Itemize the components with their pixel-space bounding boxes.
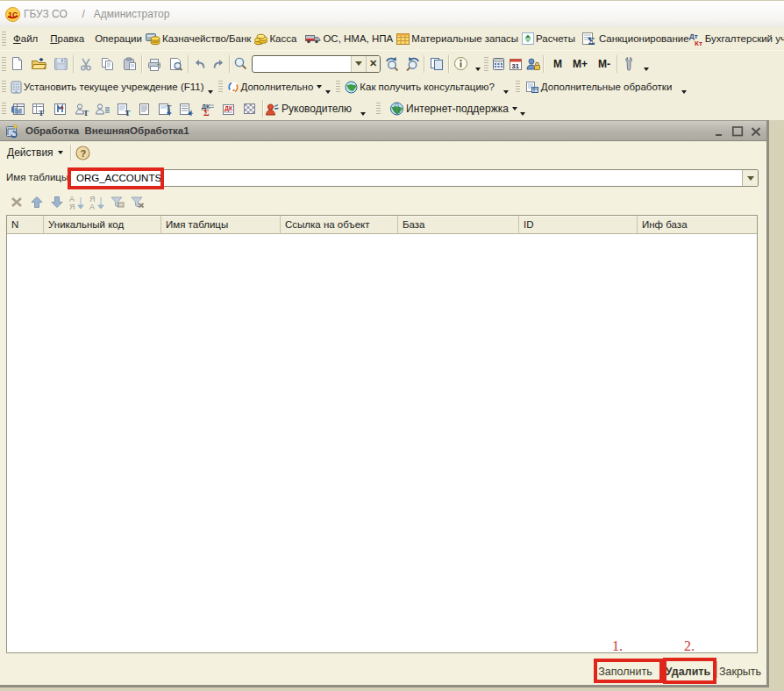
column-header-inf-base[interactable]: Инф база <box>638 216 757 233</box>
save-button[interactable] <box>50 53 72 75</box>
refresh-arcs-icon <box>227 81 239 94</box>
menu-sanctioning[interactable]: ΣСанкционирование <box>582 32 689 46</box>
globe-inet-icon <box>389 102 404 116</box>
checkered-icon <box>243 103 256 115</box>
get-consultation-button[interactable]: Как получить консультацию? <box>360 82 495 92</box>
delete-row-button[interactable] <box>6 192 26 213</box>
show-windows-button[interactable] <box>425 53 447 75</box>
menu-cash[interactable]: Касса <box>254 32 296 46</box>
user-lock-button[interactable] <box>524 53 542 75</box>
find-prev-button[interactable] <box>403 53 423 75</box>
report-button-6[interactable]: T <box>114 99 132 118</box>
find-next-button[interactable] <box>382 53 403 75</box>
additional-dropdown[interactable] <box>322 77 333 96</box>
consultation-dropdown[interactable] <box>501 77 512 96</box>
doc-t-icon: T <box>117 103 131 116</box>
table-name-combobox[interactable]: ORG_ACCOUNTS <box>69 169 759 187</box>
additional-menu-button[interactable]: Дополнительно <box>241 82 314 92</box>
menu-treasury-bank[interactable]: Казначейство/Банк <box>146 32 251 46</box>
maximize-button[interactable] <box>731 125 744 138</box>
set-institution-button[interactable]: Установить текущее учреждение (F11) <box>24 82 204 92</box>
menu-material-stock[interactable]: Материальные запасы <box>396 33 518 45</box>
search-dropdown-button[interactable] <box>351 56 366 72</box>
scissors-icon <box>79 57 93 71</box>
move-up-button[interactable] <box>26 192 46 213</box>
filter-button[interactable] <box>107 192 127 213</box>
form-icon <box>4 124 19 139</box>
filter-clear-button[interactable] <box>127 192 147 213</box>
column-header-unique-code[interactable]: Уникальный код <box>44 216 161 233</box>
filter-funnel-icon <box>110 196 125 209</box>
app-title: ГБУЗ СО / Администратор <box>24 8 169 20</box>
additional-processing-button[interactable]: Дополнительные обработки <box>541 82 672 92</box>
window-titlebar[interactable]: Обработка ВнешняяОбработка1 <box>0 120 766 141</box>
redo-button[interactable] <box>209 53 228 75</box>
redo-arrow-icon <box>211 58 226 70</box>
column-header-n[interactable]: N <box>7 216 44 233</box>
menu-file[interactable]: Файл <box>13 33 38 44</box>
report-button-2[interactable]: T <box>30 99 48 118</box>
new-document-button[interactable] <box>6 53 28 75</box>
report-button-3[interactable] <box>51 99 69 118</box>
manager-dropdown[interactable] <box>357 99 368 118</box>
undo-button[interactable] <box>189 53 209 75</box>
report-button-7[interactable] <box>135 99 153 118</box>
report-button-9[interactable] <box>177 99 196 118</box>
paste-button[interactable] <box>118 53 140 75</box>
report-button-8[interactable]: T <box>156 99 175 118</box>
report-button-5[interactable] <box>93 99 111 118</box>
svg-text:?: ? <box>81 148 87 159</box>
mdi-area: Обработка ВнешняяОбработка1 Действия ? И… <box>0 120 784 691</box>
report-button-11[interactable]: ДК <box>219 99 238 118</box>
close-button[interactable] <box>750 125 762 138</box>
tools-button[interactable] <box>618 53 640 75</box>
search-combobox[interactable]: ✕ <box>252 55 381 73</box>
report-button-1[interactable] <box>9 99 27 118</box>
help-button[interactable]: ? <box>74 142 93 163</box>
memory-recall-button[interactable]: M <box>550 56 566 72</box>
close-window-button[interactable]: Закрыть <box>717 661 763 678</box>
table-name-dropdown-button[interactable] <box>742 170 758 186</box>
print-button[interactable] <box>143 53 165 75</box>
memory-subtract-button[interactable]: M- <box>595 56 614 72</box>
calendar-button[interactable]: 31 <box>507 53 524 75</box>
search-clear-button[interactable]: ✕ <box>366 56 380 72</box>
menu-operations[interactable]: Операции <box>95 33 142 44</box>
tools-dropdown[interactable] <box>640 54 652 74</box>
menu-calculations[interactable]: Расчеты <box>522 32 575 45</box>
minimize-button[interactable] <box>713 125 725 138</box>
move-down-button[interactable] <box>46 192 67 213</box>
search-input[interactable] <box>253 56 351 72</box>
manager-button[interactable]: Руководителю <box>282 103 352 115</box>
info-dropdown[interactable] <box>472 54 483 74</box>
report-button-12[interactable] <box>240 99 259 118</box>
sort-desc-button[interactable]: ЯА <box>87 192 107 213</box>
print-preview-button[interactable] <box>165 53 187 75</box>
sigma-doc-icon: Σ <box>582 32 597 46</box>
table-name-input[interactable]: ORG_ACCOUNTS <box>70 170 742 186</box>
internet-support-button[interactable]: Интернет-поддержка <box>406 103 509 115</box>
open-button[interactable] <box>28 53 50 75</box>
copy-button[interactable] <box>96 53 118 75</box>
menu-edit[interactable]: Правка <box>50 33 84 44</box>
report-button-4[interactable]: T <box>72 99 90 118</box>
sort-asc-button[interactable]: АЯ <box>67 192 87 213</box>
actions-menu-button[interactable]: Действия <box>0 143 68 162</box>
table-body[interactable] <box>7 234 757 652</box>
column-header-base[interactable]: База <box>398 216 519 233</box>
column-header-object-ref[interactable]: Ссылка на объект <box>281 216 398 233</box>
toolbar-separator <box>448 55 449 73</box>
info-button[interactable] <box>450 53 472 75</box>
report-button-10[interactable]: ДКΣ <box>198 99 217 118</box>
cut-button[interactable] <box>75 53 96 75</box>
column-header-table-name[interactable]: Имя таблицы <box>161 216 281 233</box>
menu-os-nma-npa[interactable]: ОС, НМА, НПА <box>305 33 393 45</box>
column-header-id[interactable]: ID <box>519 216 638 233</box>
set-institution-dropdown[interactable] <box>205 77 217 96</box>
search-button[interactable] <box>231 53 250 75</box>
internet-support-dropdown[interactable] <box>517 99 529 118</box>
calculator-button[interactable] <box>489 53 507 75</box>
additional-processing-dropdown[interactable] <box>678 77 689 96</box>
menu-accounting[interactable]: ДтКтБухгалтерский учет <box>689 32 784 46</box>
memory-add-button[interactable]: M+ <box>569 56 591 72</box>
